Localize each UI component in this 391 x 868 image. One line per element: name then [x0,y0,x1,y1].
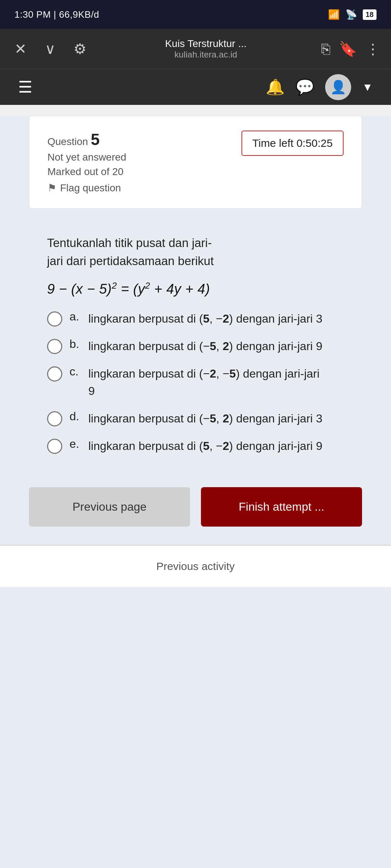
radio-c[interactable] [47,366,62,382]
previous-activity-label: Previous activity [156,560,235,572]
main-content: Question 5 Not yet answered Marked out o… [0,116,391,868]
status-bar: 1:30 PM | 66,9KB/d 📶 📡 18 [0,0,391,29]
radio-d[interactable] [47,411,62,426]
question-status: Not yet answered [47,152,241,163]
flag-question-label: Flag question [60,182,121,194]
bookmark-icon[interactable]: 🔖 [339,41,357,58]
option-a-letter: a. [70,310,83,323]
question-number: 5 [91,131,100,148]
option-e-text: lingkaran berpusat di (5, −2) dengan jar… [88,437,323,455]
question-text-line1: Tentukanlah titik pusat dan jari- [47,236,212,250]
radio-b[interactable] [47,339,62,354]
previous-activity-section: Previous activity [0,545,391,587]
toolbar-actions: ⎘ 🔖 ⋮ [321,41,380,58]
avatar-icon: 👤 [330,80,346,95]
site-domain: kuliah.itera.ac.id [101,50,311,60]
radio-a[interactable] [47,311,62,327]
finish-attempt-button[interactable]: Finish attempt ... [201,487,362,527]
header-icons: 🔔 💬 👤 ▼ [266,74,373,100]
chevron-down-icon[interactable]: ▼ [362,81,373,93]
option-e-letter: e. [70,437,83,451]
option-d-text: lingkaran berpusat di (−5, 2) dengan jar… [88,410,323,427]
question-label: Question 5 [47,131,241,149]
option-a[interactable]: a. lingkaran berpusat di (5, −2) dengan … [47,310,344,327]
more-options-icon[interactable]: ⋮ [366,41,380,57]
url-bar: Kuis Terstruktur ... kuliah.itera.ac.id [101,38,311,60]
option-e-content: e. lingkaran berpusat di (5, −2) dengan … [70,437,323,455]
status-time: 1:30 PM | 66,9KB/d [14,9,99,20]
chat-icon[interactable]: 💬 [295,78,314,96]
option-c-text: lingkaran berpusat di (−2, −5) dengan ja… [88,365,320,400]
flag-question-button[interactable]: ⚑ Flag question [47,182,241,194]
chevron-down-icon[interactable]: ∨ [41,37,59,61]
option-c[interactable]: c. lingkaran berpusat di (−2, −5) dengan… [47,365,344,400]
question-body: Tentukanlah titik pusat dan jari- jari d… [29,220,362,469]
battery-indicator: 18 [363,9,377,20]
option-c-letter: c. [70,365,83,378]
header-left: ☰ [18,78,32,96]
option-d-letter: d. [70,410,83,423]
flag-icon: ⚑ [47,182,56,194]
question-header-row: Question 5 Not yet answered Marked out o… [47,131,344,194]
settings-icon[interactable]: ⚙ [70,37,90,61]
option-b-content: b. lingkaran berpusat di (−5, 2) dengan … [70,337,323,355]
status-right: 📶 📡 18 [328,9,377,20]
avatar[interactable]: 👤 [325,74,351,100]
option-e[interactable]: e. lingkaran berpusat di (5, −2) dengan … [47,437,344,455]
question-text-label: Question [47,136,88,147]
marked-out-label: Marked out of 20 [47,166,241,178]
question-meta: Question 5 Not yet answered Marked out o… [47,131,241,194]
bottom-buttons: Previous page Finish attempt ... [0,469,391,545]
question-header-card: Question 5 Not yet answered Marked out o… [29,116,362,209]
option-b-letter: b. [70,337,83,351]
browser-toolbar: ✕ ∨ ⚙ Kuis Terstruktur ... kuliah.itera.… [0,29,391,69]
signal-icon: 📶 [328,9,340,20]
notification-bell-icon[interactable]: 🔔 [266,78,285,96]
option-d[interactable]: d. lingkaran berpusat di (−5, 2) dengan … [47,410,344,427]
option-d-content: d. lingkaran berpusat di (−5, 2) dengan … [70,410,323,427]
app-header: ☰ 🔔 💬 👤 ▼ [0,69,391,105]
time-left-display: Time left 0:50:25 [241,131,344,156]
share-icon[interactable]: ⎘ [321,41,330,57]
answer-options: a. lingkaran berpusat di (5, −2) dengan … [47,310,344,455]
option-b[interactable]: b. lingkaran berpusat di (−5, 2) dengan … [47,337,344,355]
previous-page-button[interactable]: Previous page [29,487,190,527]
option-b-text: lingkaran berpusat di (−5, 2) dengan jar… [88,337,323,355]
wifi-icon: 📡 [345,9,357,20]
math-equation: 9 − (x − 5)2 = (y2 + 4y + 4) [47,281,344,297]
site-title: Kuis Terstruktur ... [101,38,311,50]
hamburger-menu-icon[interactable]: ☰ [18,78,32,96]
option-a-content: a. lingkaran berpusat di (5, −2) dengan … [70,310,323,327]
radio-e[interactable] [47,439,62,454]
question-text: Tentukanlah titik pusat dan jari- jari d… [47,234,344,270]
question-text-line2: jari dari pertidaksamaan berikut [47,254,214,268]
close-button[interactable]: ✕ [11,37,30,61]
option-c-content: c. lingkaran berpusat di (−2, −5) dengan… [70,365,320,400]
option-a-text: lingkaran berpusat di (5, −2) dengan jar… [88,310,323,327]
